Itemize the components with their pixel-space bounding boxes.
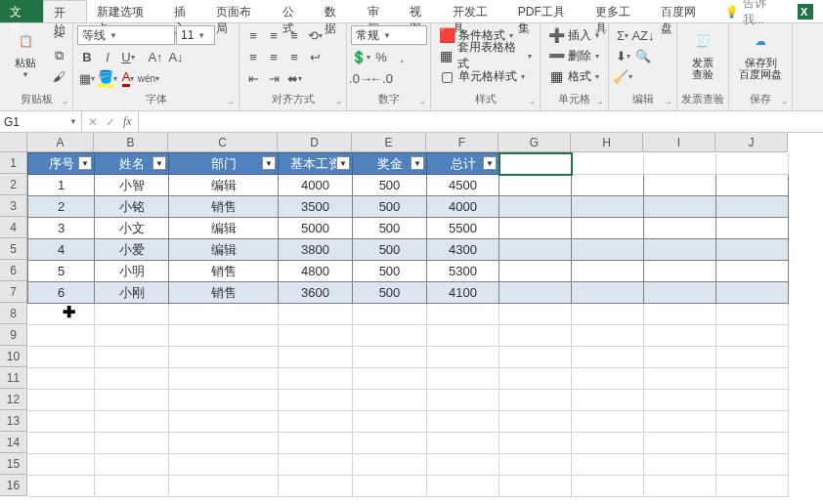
merge-button[interactable]: ⬌▾ <box>284 68 304 88</box>
align-top-button[interactable]: ≡ <box>243 25 263 45</box>
cell[interactable] <box>644 261 716 282</box>
cell[interactable] <box>572 175 644 196</box>
format-painter-button[interactable]: 🖌 <box>49 66 68 86</box>
cell[interactable] <box>353 390 427 411</box>
fill-button[interactable]: ⬇▾ <box>613 46 632 65</box>
active-cell[interactable] <box>499 153 572 175</box>
dec-decimal-button[interactable]: ←.0 <box>371 68 391 88</box>
cell[interactable] <box>169 433 279 454</box>
cell[interactable] <box>716 261 789 282</box>
cell[interactable]: 500 <box>353 282 427 304</box>
cell[interactable] <box>644 239 716 261</box>
cell[interactable] <box>644 368 716 390</box>
cell[interactable]: 500 <box>353 175 427 196</box>
cell[interactable] <box>427 325 499 347</box>
cell[interactable] <box>95 390 169 411</box>
cell[interactable]: 500 <box>353 196 427 218</box>
cancel-icon[interactable]: ✕ <box>88 115 98 129</box>
cell[interactable] <box>572 196 644 218</box>
cell[interactable] <box>499 325 572 347</box>
cell[interactable] <box>28 304 95 325</box>
phonetic-button[interactable]: wén▾ <box>139 68 158 88</box>
cell[interactable] <box>716 476 789 497</box>
tab-review[interactable]: 审阅 <box>358 0 401 22</box>
cell[interactable] <box>716 368 789 390</box>
cell[interactable]: 小铭 <box>95 196 169 218</box>
cell[interactable]: 4800 <box>279 261 353 282</box>
cell[interactable] <box>353 368 427 390</box>
inc-decimal-button[interactable]: .0→ <box>351 68 370 88</box>
insert-cells-button[interactable]: ➕插入▾ <box>544 25 603 45</box>
cell[interactable] <box>28 411 95 433</box>
cell[interactable] <box>644 411 716 433</box>
cell[interactable]: 销售 <box>169 196 279 218</box>
cell[interactable]: 4000 <box>427 196 499 218</box>
cell[interactable]: 3600 <box>279 282 353 304</box>
cell[interactable] <box>716 218 789 239</box>
cell[interactable] <box>279 476 353 497</box>
name-box[interactable]: G1▼ <box>0 111 82 132</box>
cell[interactable] <box>572 239 644 261</box>
tab-more[interactable]: 更多工具 <box>585 0 651 22</box>
percent-button[interactable]: % <box>371 47 391 66</box>
cell[interactable] <box>169 454 279 476</box>
col-header-J[interactable]: J <box>715 133 788 152</box>
cell[interactable] <box>572 218 644 239</box>
cell[interactable] <box>169 368 279 390</box>
cell-grid[interactable]: 序号▼姓名▼部门▼基本工资▼奖金▼总计▼1小智编辑400050045002小铭销… <box>27 152 789 497</box>
cell[interactable] <box>427 368 499 390</box>
font-color-button[interactable]: A▾ <box>118 68 138 88</box>
filter-button[interactable]: ▼ <box>152 156 166 170</box>
cell[interactable] <box>28 390 95 411</box>
cell[interactable] <box>353 304 427 325</box>
cell[interactable] <box>716 175 789 196</box>
cell[interactable]: 4500 <box>427 175 499 196</box>
tab-pdf[interactable]: PDF工具集 <box>508 0 585 22</box>
cell[interactable]: 小智 <box>95 175 169 196</box>
cell[interactable]: 4000 <box>279 175 353 196</box>
bold-button[interactable]: B <box>77 47 97 66</box>
cell[interactable] <box>427 347 499 368</box>
cell[interactable] <box>95 304 169 325</box>
cell[interactable] <box>572 433 644 454</box>
cell[interactable] <box>499 175 572 196</box>
cell[interactable] <box>95 347 169 368</box>
filter-button[interactable]: ▼ <box>78 156 92 170</box>
cell[interactable]: 编辑 <box>169 239 279 261</box>
cell[interactable] <box>572 347 644 368</box>
cell[interactable]: 3 <box>28 218 95 239</box>
tell-me[interactable]: 💡 告诉我... <box>716 0 795 22</box>
cell[interactable]: 姓名▼ <box>95 153 169 175</box>
cell[interactable] <box>499 347 572 368</box>
comma-button[interactable]: , <box>392 47 412 66</box>
cell[interactable]: 部门▼ <box>169 153 279 175</box>
cell[interactable] <box>572 454 644 476</box>
cell[interactable] <box>644 433 716 454</box>
cell[interactable] <box>95 476 169 497</box>
row-header-8[interactable]: 8 <box>0 303 27 324</box>
cell[interactable] <box>95 368 169 390</box>
tab-newtab[interactable]: 新建选项卡 <box>87 0 164 22</box>
cell[interactable] <box>572 153 644 175</box>
cell[interactable]: 小刚 <box>95 282 169 304</box>
cell[interactable] <box>95 433 169 454</box>
cell[interactable] <box>499 368 572 390</box>
row-header-5[interactable]: 5 <box>0 238 27 260</box>
cell[interactable] <box>644 282 716 304</box>
cell[interactable]: 5500 <box>427 218 499 239</box>
cell[interactable] <box>499 411 572 433</box>
tab-data[interactable]: 数据 <box>315 0 358 22</box>
cell[interactable]: 4300 <box>427 239 499 261</box>
cell[interactable]: 5 <box>28 261 95 282</box>
align-middle-button[interactable]: ≡ <box>264 25 283 45</box>
row-header-2[interactable]: 2 <box>0 174 27 195</box>
border-button[interactable]: ▦▾ <box>77 68 97 88</box>
row-header-3[interactable]: 3 <box>0 195 27 217</box>
cell[interactable] <box>353 454 427 476</box>
cell[interactable] <box>572 261 644 282</box>
indent-dec-button[interactable]: ⇤ <box>243 68 263 88</box>
tab-dev[interactable]: 开发工具 <box>443 0 508 22</box>
cell[interactable]: 编辑 <box>169 175 279 196</box>
cell[interactable] <box>644 304 716 325</box>
cell[interactable]: 小爱 <box>95 239 169 261</box>
